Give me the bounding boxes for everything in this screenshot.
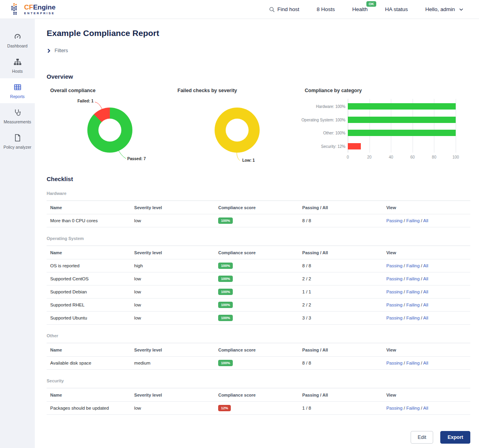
- view-passing-link[interactable]: Passing: [386, 361, 402, 365]
- x-tick-label: 100: [453, 155, 459, 159]
- x-tick-label: 40: [389, 155, 393, 159]
- view-failing-link[interactable]: Failing: [406, 406, 420, 410]
- view-all-link[interactable]: All: [423, 276, 428, 281]
- sidebar-item-policy-analyzer[interactable]: Policy analyzer: [0, 129, 35, 154]
- document-icon: [13, 134, 22, 142]
- table-row: Supported Debianlow100%1 / 1Passing / Fa…: [47, 285, 470, 299]
- severity-donut[interactable]: [215, 108, 260, 153]
- table-header-row: NameSeverity levelCompliance scorePassin…: [47, 388, 470, 402]
- link-separator: /: [420, 361, 423, 365]
- view-failing-link[interactable]: Failing: [406, 289, 420, 294]
- sidebar-item-label: Policy analyzer: [4, 145, 32, 149]
- export-button[interactable]: Export: [440, 431, 470, 444]
- chevron-right-icon: [47, 49, 51, 53]
- header-nav: Find host 8 Hosts Health OK HA status He…: [269, 6, 463, 12]
- compliance-score-badge: 100%: [218, 360, 233, 366]
- view-links: Passing / Failing / All: [386, 302, 470, 307]
- compliance-score-cell: 100%: [218, 289, 302, 295]
- view-failing-link[interactable]: Failing: [406, 276, 420, 281]
- check-name: Supported Debian: [50, 289, 134, 294]
- link-separator: /: [402, 263, 406, 268]
- sidebar-item-label: Hosts: [12, 69, 23, 74]
- view-all-link[interactable]: All: [423, 302, 428, 307]
- severity-level: high: [134, 263, 219, 268]
- column-header: Name: [50, 348, 134, 352]
- health-label: Health: [352, 6, 368, 12]
- cfengine-logo[interactable]: CFEngine ENTERPRISE: [11, 3, 55, 16]
- x-tick-label: 20: [367, 155, 372, 159]
- view-all-link[interactable]: All: [423, 289, 428, 294]
- view-all-link[interactable]: All: [423, 263, 428, 268]
- link-separator: /: [402, 218, 406, 223]
- view-all-link[interactable]: All: [423, 361, 428, 365]
- view-links: Passing / Failing / All: [386, 218, 470, 223]
- view-links: Passing / Failing / All: [386, 406, 470, 410]
- column-header: Passing / All: [302, 393, 387, 397]
- find-host-button[interactable]: Find host: [269, 6, 300, 12]
- compliance-score-badge: 100%: [218, 315, 233, 321]
- page-title: Example Compliance Report: [47, 28, 470, 38]
- bar-operating-system[interactable]: [348, 117, 456, 123]
- filters-toggle[interactable]: Filters: [47, 48, 470, 53]
- bar-security[interactable]: [348, 143, 361, 149]
- hosts-count-link[interactable]: 8 Hosts: [317, 6, 335, 12]
- view-all-link[interactable]: All: [423, 316, 428, 320]
- passing-all-count: 1 / 8: [302, 406, 387, 410]
- view-failing-link[interactable]: Failing: [406, 263, 420, 268]
- sidebar-item-hosts[interactable]: Hosts: [0, 53, 35, 78]
- table-header-row: NameSeverity levelCompliance scorePassin…: [47, 343, 470, 357]
- view-failing-link[interactable]: Failing: [406, 302, 420, 307]
- table-row: Supported CentOSlow100%2 / 2Passing / Fa…: [47, 272, 470, 285]
- view-all-link[interactable]: All: [423, 218, 428, 223]
- view-all-link[interactable]: All: [423, 406, 428, 410]
- passing-all-count: 8 / 8: [302, 218, 387, 223]
- table-header-row: NameSeverity levelCompliance scorePassin…: [47, 201, 470, 214]
- overall-compliance-donut[interactable]: [87, 108, 132, 153]
- bar-hardware[interactable]: [348, 103, 456, 110]
- column-header: View: [386, 250, 470, 255]
- view-failing-link[interactable]: Failing: [406, 316, 420, 320]
- column-header: Passing / All: [302, 250, 387, 255]
- cfengine-logo-text: CFEngine ENTERPRISE: [24, 4, 55, 15]
- check-name: Supported RHEL: [50, 302, 134, 307]
- sidebar-item-reports[interactable]: Reports: [0, 78, 35, 103]
- check-name: OS is reported: [50, 263, 134, 268]
- link-separator: /: [420, 289, 423, 294]
- view-failing-link[interactable]: Failing: [406, 218, 420, 223]
- view-passing-link[interactable]: Passing: [386, 302, 402, 307]
- link-separator: /: [420, 276, 423, 281]
- compliance-score-cell: 100%: [218, 276, 302, 282]
- severity-level: low: [134, 316, 219, 320]
- view-passing-link[interactable]: Passing: [386, 406, 402, 410]
- edit-button[interactable]: Edit: [411, 431, 434, 444]
- view-failing-link[interactable]: Failing: [406, 361, 420, 365]
- sidebar-item-measurements[interactable]: Measurements: [0, 104, 35, 129]
- sidebar-item-label: Dashboard: [7, 43, 27, 48]
- compliance-score-badge: 12%: [218, 405, 231, 411]
- sidebar: DashboardHostsReportsMeasurementsPolicy …: [0, 19, 35, 448]
- compliance-score-badge: 100%: [218, 263, 233, 269]
- check-name: Packages should be updated: [50, 406, 134, 410]
- donut-hole: [226, 119, 249, 142]
- user-menu[interactable]: Hello, admin: [425, 6, 463, 12]
- column-header: View: [386, 348, 470, 352]
- ha-status-link[interactable]: HA status: [385, 6, 408, 12]
- compliance-score-badge: 100%: [218, 302, 233, 308]
- bar-category-label: Security: 12%: [301, 144, 345, 149]
- health-link[interactable]: Health OK: [352, 6, 368, 12]
- x-gridline: [456, 99, 456, 153]
- view-passing-link[interactable]: Passing: [386, 218, 402, 223]
- bar-category-label: Hardware: 100%: [301, 104, 345, 109]
- view-passing-link[interactable]: Passing: [386, 263, 402, 268]
- check-name: More than 0 CPU cores: [50, 218, 134, 223]
- link-separator: /: [402, 302, 406, 307]
- column-header: View: [386, 205, 470, 210]
- view-passing-link[interactable]: Passing: [386, 316, 402, 320]
- table-header-row: NameSeverity levelCompliance scorePassin…: [47, 246, 470, 259]
- view-passing-link[interactable]: Passing: [386, 276, 402, 281]
- view-passing-link[interactable]: Passing: [386, 289, 402, 294]
- view-links: Passing / Failing / All: [386, 276, 470, 281]
- health-status-badge: OK: [366, 1, 377, 7]
- sidebar-item-dashboard[interactable]: Dashboard: [0, 28, 35, 53]
- bar-other[interactable]: [348, 130, 456, 136]
